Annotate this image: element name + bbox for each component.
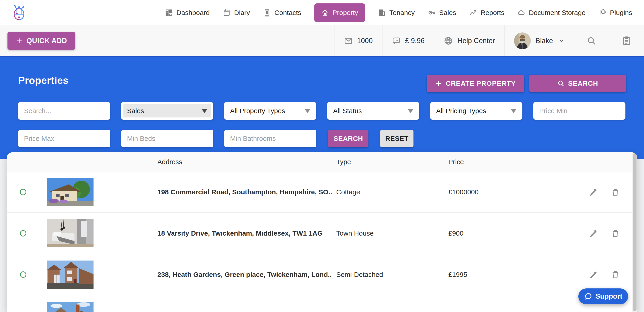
edit-pencil-icon[interactable] — [589, 229, 597, 238]
table-row[interactable]: 198 Commercial Road, Southampton, Hampsh… — [7, 172, 637, 213]
global-search-button[interactable] — [574, 25, 609, 56]
trend-icon — [469, 9, 477, 17]
main-nav: Dashboard Diary Contacts Property Tenanc… — [165, 4, 632, 22]
nav-item-plugins[interactable]: Plugins — [599, 9, 632, 17]
secondary-toolbar: QUICK ADD 1000 £ 9.96 Help Center — [0, 25, 644, 57]
chevron-down-icon — [558, 38, 564, 44]
quick-add-button[interactable]: QUICK ADD — [8, 32, 75, 50]
support-button[interactable]: Support — [578, 288, 628, 304]
search-icon — [587, 36, 596, 46]
nav-item-reports[interactable]: Reports — [469, 9, 504, 17]
clipboard-icon — [622, 36, 631, 46]
nav-label: Plugins — [610, 9, 632, 17]
table-row[interactable] — [7, 295, 637, 312]
nav-label: Dashboard — [176, 9, 210, 17]
nav-item-sales[interactable]: Sales — [428, 9, 456, 17]
edit-pencil-icon[interactable] — [589, 270, 597, 279]
property-types-selected-value: All Property Types — [230, 107, 285, 115]
property-address[interactable]: 198 Commercial Road, Southampton, Hampsh… — [158, 188, 332, 196]
nav-item-property[interactable]: Property — [314, 4, 365, 22]
table-header-row: Address Type Price — [7, 152, 637, 172]
hero-search-label: SEARCH — [568, 80, 598, 87]
min-beds-input[interactable] — [121, 130, 213, 147]
min-bathrooms-input[interactable] — [224, 130, 316, 147]
puzzle-icon — [599, 9, 606, 17]
nav-item-dashboard[interactable]: Dashboard — [165, 9, 210, 17]
property-address[interactable]: 238, Heath Gardens, Green place, Twicken… — [158, 271, 332, 278]
search-icon — [557, 80, 564, 87]
mail-counter[interactable]: 1000 — [334, 25, 382, 56]
delete-trash-icon[interactable] — [611, 188, 620, 196]
filter-search-button[interactable]: SEARCH — [328, 130, 368, 147]
globe-icon — [444, 36, 453, 45]
properties-table: Address Type Price 198 Commercial Road, … — [7, 152, 637, 312]
pricing-types-select[interactable]: All Pricing Types — [430, 102, 522, 120]
create-property-button[interactable]: CREATE PROPERTY — [427, 75, 524, 92]
balance-amount: £ 9.96 — [405, 37, 424, 45]
top-header: Dashboard Diary Contacts Property Tenanc… — [0, 0, 644, 25]
caret-down-icon — [408, 109, 414, 113]
sms-balance[interactable]: £ 9.96 — [382, 25, 434, 56]
property-photo-semi-detached[interactable] — [47, 260, 94, 289]
column-header-type: Type — [336, 152, 351, 172]
property-price: £1995 — [448, 271, 467, 278]
nav-item-contacts[interactable]: Contacts — [263, 9, 301, 17]
column-header-price: Price — [448, 152, 464, 172]
help-center[interactable]: Help Center — [434, 25, 504, 56]
mail-count: 1000 — [357, 37, 373, 45]
dashboard-icon — [165, 9, 173, 17]
property-types-select[interactable]: All Property Types — [224, 102, 316, 120]
delete-trash-icon[interactable] — [611, 229, 620, 238]
category-select[interactable]: Sales — [121, 102, 213, 120]
price-max-input[interactable] — [18, 130, 110, 147]
hero-search-button[interactable]: SEARCH — [529, 75, 626, 92]
app-logo-icon — [12, 5, 26, 21]
contacts-icon — [263, 9, 271, 17]
caret-down-icon — [511, 109, 516, 113]
property-photo-bedroom[interactable] — [47, 219, 94, 247]
column-header-address: Address — [158, 152, 182, 172]
support-label: Support — [596, 292, 622, 300]
nav-label: Contacts — [274, 9, 301, 17]
quick-add-label: QUICK ADD — [26, 37, 67, 45]
nav-item-diary[interactable]: Diary — [223, 9, 250, 17]
nav-item-document-storage[interactable]: Document Storage — [518, 9, 585, 17]
property-address[interactable]: 18 Varsity Drive, Twickenham, Middlesex,… — [158, 229, 323, 237]
table-row[interactable]: 18 Varsity Drive, Twickenham, Middlesex,… — [7, 213, 637, 254]
support-chat-icon — [584, 292, 592, 300]
help-center-label: Help Center — [458, 37, 495, 45]
cloud-icon — [518, 9, 525, 17]
property-photo-rooftop[interactable] — [47, 302, 94, 312]
home-icon — [321, 9, 329, 17]
nav-label: Property — [332, 9, 358, 17]
plus-icon — [435, 80, 442, 87]
filter-reset-button[interactable]: RESET — [380, 130, 414, 147]
nav-label: Sales — [439, 9, 456, 17]
property-price: £1000000 — [448, 188, 478, 196]
row-select-radio[interactable] — [20, 230, 26, 236]
user-name: Blake — [535, 37, 553, 45]
user-avatar — [514, 32, 531, 49]
nav-label: Diary — [234, 9, 250, 17]
envelope-icon — [344, 37, 352, 45]
key-icon — [428, 9, 436, 17]
property-photo-cottage[interactable] — [47, 178, 94, 206]
status-select[interactable]: All Status — [327, 102, 419, 120]
plus-icon — [16, 37, 23, 44]
property-type: Semi-Detached — [336, 271, 383, 278]
property-price: £900 — [448, 229, 464, 237]
pricing-types-selected-value: All Pricing Types — [436, 107, 486, 115]
caret-down-icon — [202, 109, 208, 113]
user-menu[interactable]: Blake — [504, 25, 574, 56]
delete-trash-icon[interactable] — [611, 270, 620, 279]
table-scrollbar-thumb[interactable] — [633, 153, 636, 311]
row-select-radio[interactable] — [20, 189, 26, 195]
search-input[interactable] — [18, 102, 110, 120]
tasks-clipboard-button[interactable] — [609, 25, 644, 56]
table-row[interactable]: 238, Heath Gardens, Green place, Twicken… — [7, 254, 637, 295]
nav-item-tenancy[interactable]: Tenancy — [378, 9, 415, 17]
edit-pencil-icon[interactable] — [589, 188, 597, 196]
toolbar-right: 1000 £ 9.96 Help Center — [334, 25, 644, 56]
price-min-input[interactable] — [533, 102, 626, 120]
row-select-radio[interactable] — [20, 271, 26, 278]
